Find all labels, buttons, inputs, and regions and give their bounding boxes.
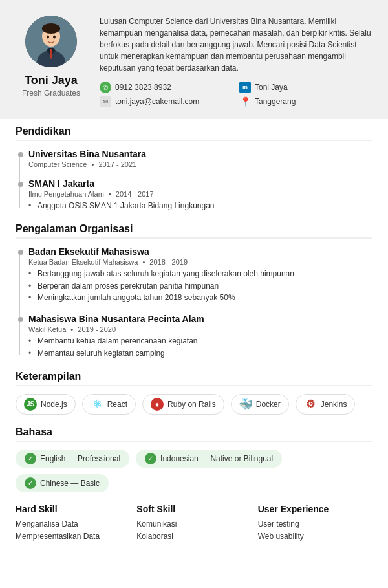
section-keterampilan: Keterampilan JS Node.js ⚛ React ♦ Ruby o…: [16, 371, 372, 415]
hard-skill-item: Menganalisa Data: [16, 518, 130, 530]
list-item: Bertanggung jawab atas seluruh kegiatan …: [28, 268, 372, 279]
contact-linkedin: in Toni Jaya: [239, 82, 372, 93]
org-name-2: Mahasiswa Bina Nusantara Pecinta Alam: [28, 314, 372, 324]
header-right: Lulusan Computer Science dari Universita…: [100, 16, 372, 107]
bahasa-title: Bahasa: [16, 426, 372, 442]
list-item: Membantu ketua dalam perencanaan kegiata…: [28, 336, 372, 347]
person-subtitle: Fresh Graduates: [22, 89, 80, 98]
section-organisasi: Pengalaman Organisasi Badan Eksekutif Ma…: [16, 223, 372, 359]
skill-label: Node.js: [41, 400, 67, 409]
contact-location: 📍 Tanggerang: [239, 96, 372, 107]
education-timeline: Universitas Bina Nusantara Computer Scie…: [16, 149, 372, 212]
list-item: Anggota OSIS SMAN 1 Jakarta Bidang Lingk…: [28, 201, 372, 212]
hard-skill-title: Hard Skill: [16, 504, 130, 514]
main-content: Pendidikan Universitas Bina Nusantara Co…: [0, 119, 388, 556]
lang-indonesian: ✓ Indonesian — Native or Bilingual: [136, 450, 282, 468]
soft-skill-item: Komunikasi: [136, 518, 251, 530]
list-item: Meningkatkan jumlah anggota tahun 2018 s…: [28, 292, 372, 303]
skill-nodejs: JS Node.js: [16, 394, 76, 415]
email-text: toni.jaya@cakemail.com: [115, 97, 199, 106]
edu-org-2: SMAN I Jakarta: [28, 179, 372, 189]
email-icon: ✉: [100, 96, 111, 107]
contact-grid: ✆ 0912 3823 8932 in Toni Jaya ✉ toni.jay…: [100, 82, 372, 107]
lang-english: ✓ English — Professional: [16, 450, 129, 468]
header: Toni Jaya Fresh Graduates Lulusan Comput…: [0, 0, 388, 119]
location-text: Tanggerang: [255, 97, 296, 106]
ux-item: User testing: [258, 518, 372, 530]
language-row: ✓ English — Professional ✓ Indonesian — …: [16, 450, 372, 492]
ux-item: Web usability: [258, 530, 372, 543]
org-meta-2: Wakil Ketua • 2019 - 2020: [28, 325, 372, 333]
edu-meta-1: Computer Science • 2017 - 2021: [28, 160, 372, 168]
pendidikan-title: Pendidikan: [16, 125, 372, 141]
lang-check-icon: ✓: [25, 453, 36, 464]
docker-icon: 🐳: [239, 398, 252, 411]
soft-skill-col: Soft Skill Komunikasi Kolaborasi: [136, 504, 251, 543]
skill-ruby: ♦ Ruby on Rails: [142, 394, 224, 415]
svg-point-7: [47, 36, 49, 39]
skill-docker: 🐳 Docker: [231, 394, 289, 415]
svg-point-8: [53, 36, 56, 39]
lang-check-icon: ✓: [145, 453, 156, 464]
nodejs-icon: JS: [24, 398, 37, 411]
ux-title: User Experience: [258, 504, 372, 514]
edu-org-1: Universitas Bina Nusantara: [28, 149, 372, 159]
skill-label: Docker: [256, 400, 281, 409]
org-bullets-2: Membantu ketua dalam perencanaan kegiata…: [28, 336, 372, 359]
avatar: [25, 16, 77, 67]
lang-chinese: ✓ Chinese — Basic: [16, 474, 109, 492]
contact-phone: ✆ 0912 3823 8932: [100, 82, 233, 93]
list-item: Memantau seluruh kegiatan camping: [28, 348, 372, 359]
svg-rect-6: [42, 27, 60, 31]
org-meta-1: Ketua Badan Eksekutif Mahasiswa • 2018 -…: [28, 258, 372, 266]
skill-jenkins: ⚙ Jenkins: [296, 394, 356, 415]
org-name-1: Badan Eksekutif Mahasiswa: [28, 246, 372, 257]
skill-label: Jenkins: [321, 400, 347, 409]
bio-text: Lulusan Computer Science dari Universita…: [100, 16, 372, 74]
jenkins-icon: ⚙: [304, 398, 317, 411]
lang-check-icon: ✓: [25, 477, 36, 489]
edu-bullets-2: Anggota OSIS SMAN 1 Jakarta Bidang Lingk…: [28, 201, 372, 212]
ux-col: User Experience User testing Web usabili…: [258, 504, 372, 543]
section-bahasa: Bahasa ✓ English — Professional ✓ Indone…: [16, 426, 372, 492]
hard-skill-col: Hard Skill Menganalisa Data Mempresentas…: [16, 504, 130, 543]
skill-label: Ruby on Rails: [167, 400, 216, 409]
linkedin-text: Toni Jaya: [255, 83, 288, 92]
skill-label: React: [107, 400, 127, 409]
organisasi-timeline: Badan Eksekutif Mahasiswa Ketua Badan Ek…: [16, 246, 372, 359]
header-left: Toni Jaya Fresh Graduates: [16, 16, 87, 98]
bottom-grid: Hard Skill Menganalisa Data Mempresentas…: [16, 504, 372, 543]
linkedin-icon: in: [239, 82, 251, 93]
organisasi-title: Pengalaman Organisasi: [16, 223, 372, 239]
hard-skill-item: Mempresentasikan Data: [16, 530, 130, 543]
keterampilan-title: Keterampilan: [16, 371, 372, 386]
org-item-2: Mahasiswa Bina Nusantara Pecinta Alam Wa…: [28, 314, 372, 359]
location-icon: 📍: [239, 96, 251, 107]
soft-skill-item: Kolaborasi: [136, 530, 251, 543]
ruby-icon: ♦: [151, 398, 164, 411]
soft-skill-title: Soft Skill: [136, 504, 251, 514]
lang-text: Chinese — Basic: [40, 479, 100, 488]
phone-icon: ✆: [100, 82, 111, 93]
edu-item-2: SMAN I Jakarta Ilmu Pengetahuan Alam • 2…: [28, 179, 372, 212]
org-item-1: Badan Eksekutif Mahasiswa Ketua Badan Ek…: [28, 246, 372, 303]
contact-email: ✉ toni.jaya@cakemail.com: [100, 96, 233, 107]
list-item: Berperan dalam proses perekrutan panitia…: [28, 281, 372, 292]
phone-text: 0912 3823 8932: [115, 83, 171, 92]
org-bullets-1: Bertanggung jawab atas seluruh kegiatan …: [28, 268, 372, 303]
skills-row: JS Node.js ⚛ React ♦ Ruby on Rails 🐳 Doc…: [16, 394, 372, 415]
edu-meta-2: Ilmu Pengetahuan Alam • 2014 - 2017: [28, 190, 372, 198]
section-pendidikan: Pendidikan Universitas Bina Nusantara Co…: [16, 125, 372, 212]
react-icon: ⚛: [91, 398, 103, 411]
person-name: Toni Jaya: [25, 74, 78, 87]
lang-text: Indonesian — Native or Bilingual: [160, 454, 273, 463]
lang-text: English — Professional: [40, 454, 120, 463]
skill-react: ⚛ React: [82, 394, 136, 415]
edu-item-1: Universitas Bina Nusantara Computer Scie…: [28, 149, 372, 168]
